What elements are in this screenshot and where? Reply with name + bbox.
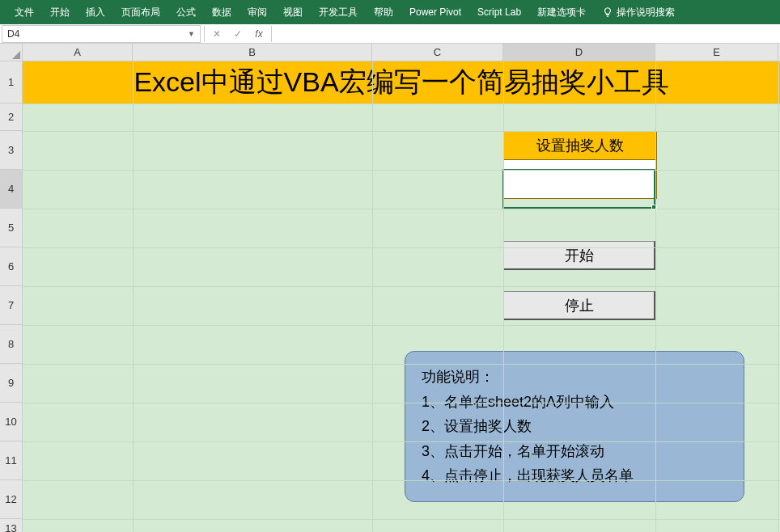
instruction-line: 3、点击开始，名单开始滚动 — [422, 439, 727, 464]
insert-function-button[interactable]: fx — [248, 25, 269, 43]
bulb-icon — [602, 6, 613, 18]
row-header[interactable]: 7 — [0, 286, 23, 325]
chevron-down-icon: ▼ — [188, 30, 195, 38]
row-header[interactable]: 11 — [0, 441, 23, 480]
ribbon-tab[interactable]: 新建选项卡 — [529, 0, 594, 24]
ribbon-tab[interactable]: 数据 — [204, 0, 240, 24]
sheet-area[interactable]: Excel中通过VBA宏编写一个简易抽奖小工具 设置抽奖人数 开始 停止 功能说… — [23, 61, 780, 532]
column-header[interactable]: D — [503, 44, 655, 61]
ribbon-tab[interactable]: 开发工具 — [311, 0, 366, 24]
instruction-line: 2、设置抽奖人数 — [422, 414, 727, 439]
ribbon-tab[interactable]: 公式 — [168, 0, 204, 24]
column-header[interactable]: B — [133, 44, 372, 61]
ribbon-tab[interactable]: 视图 — [275, 0, 311, 24]
ribbon-tab[interactable]: 开始 — [42, 0, 78, 24]
ribbon-tab[interactable]: 页面布局 — [113, 0, 168, 24]
column-headers: ABCDEF — [23, 44, 780, 61]
column-header[interactable]: A — [23, 44, 133, 61]
name-box-value: D4 — [7, 28, 19, 40]
lottery-setting-box: 设置抽奖人数 — [503, 131, 657, 199]
formula-input[interactable] — [273, 25, 780, 43]
row-header[interactable]: 12 — [0, 480, 23, 519]
row-header[interactable]: 6 — [0, 247, 23, 286]
tell-me-label: 操作说明搜索 — [617, 0, 675, 24]
ribbon-tab[interactable]: Script Lab — [469, 0, 529, 24]
instruction-title: 功能说明： — [422, 365, 727, 390]
row-header[interactable]: 10 — [0, 403, 23, 441]
cancel-formula-button[interactable]: ✕ — [206, 25, 227, 43]
row-header[interactable]: 4 — [0, 170, 23, 209]
lottery-setting-header[interactable]: 设置抽奖人数 — [504, 132, 656, 159]
row-header[interactable]: 3 — [0, 131, 23, 170]
row-header[interactable]: 2 — [0, 103, 23, 131]
stop-button[interactable]: 停止 — [503, 291, 655, 320]
ribbon-tab[interactable]: 插入 — [78, 0, 113, 24]
lottery-count-cell[interactable] — [504, 159, 656, 198]
row-header[interactable]: 13 — [0, 519, 23, 532]
start-button[interactable]: 开始 — [503, 241, 655, 270]
name-box[interactable]: D4 ▼ — [2, 25, 201, 43]
sheet-title[interactable]: Excel中通过VBA宏编写一个简易抽奖小工具 — [23, 61, 780, 103]
ribbon: 文件开始插入页面布局公式数据审阅视图开发工具帮助Power PivotScrip… — [0, 0, 780, 24]
ribbon-tab[interactable]: 帮助 — [366, 0, 401, 24]
confirm-formula-button[interactable]: ✓ — [227, 25, 248, 43]
ribbon-tab[interactable]: Power Pivot — [401, 0, 469, 24]
row-header[interactable]: 9 — [0, 364, 23, 403]
row-header[interactable]: 5 — [0, 209, 23, 247]
instruction-box: 功能说明： 1、名单在sheet2的A列中输入2、设置抽奖人数3、点击开始，名单… — [405, 351, 744, 502]
row-header[interactable]: 8 — [0, 325, 23, 364]
row-headers: 12345678910111213 — [0, 61, 23, 532]
column-header[interactable]: C — [372, 44, 503, 61]
ribbon-tab[interactable]: 文件 — [6, 0, 42, 24]
tell-me-search[interactable]: 操作说明搜索 — [594, 0, 683, 24]
instruction-line: 1、名单在sheet2的A列中输入 — [422, 390, 727, 415]
ribbon-tab[interactable]: 审阅 — [240, 0, 275, 24]
formula-bar: D4 ▼ ✕ ✓ fx — [0, 24, 780, 44]
grid-container: ABCDEF 12345678910111213 Excel中通过VBA宏编写一… — [0, 44, 780, 532]
column-header[interactable]: E — [655, 44, 778, 61]
row-header[interactable]: 1 — [0, 61, 23, 103]
select-all-corner[interactable] — [0, 44, 23, 61]
instruction-line: 4、点击停止，出现获奖人员名单 — [422, 463, 727, 488]
